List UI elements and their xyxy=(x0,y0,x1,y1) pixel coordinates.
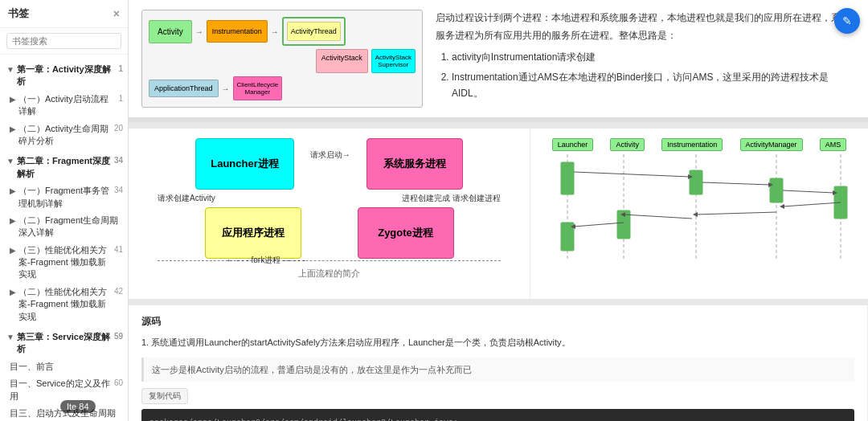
source-area: 源码 1. 系统通过调用Launcher的startActivitySafely… xyxy=(129,305,868,421)
svg-line-21 xyxy=(624,215,692,219)
sidebar-header: 书签 × xyxy=(0,0,128,28)
expand-arrow-icon: ▼ xyxy=(6,332,14,343)
sidebar-close-icon[interactable]: × xyxy=(113,7,120,20)
expand-arrow-icon: ▼ xyxy=(6,156,14,167)
sidebar-item-activity-launch[interactable]: ▶ （一）Activity启动流程详解 1 xyxy=(0,91,128,121)
source-title: 源码 xyxy=(141,315,854,329)
svg-rect-6 xyxy=(690,170,702,194)
step2: Instrumentation通过AMS在本地进程的Binder接口，访问AMS… xyxy=(452,69,855,102)
sidebar-page-num: 41 xyxy=(111,244,123,255)
sequence-diagram: Launcher Activity Instrumentation Activi… xyxy=(543,138,855,267)
float-edit-button[interactable]: ✎ xyxy=(834,8,860,34)
expand-arrow-icon: ▶ xyxy=(10,215,16,227)
expand-arrow-icon: ▶ xyxy=(10,186,16,197)
sidebar-page-num: 59 xyxy=(111,331,123,342)
activitythread-box: ActivityThread xyxy=(287,22,341,41)
seq-header: Launcher Activity Instrumentation Activi… xyxy=(543,138,855,151)
step1: activity向Instrumentation请求创建 xyxy=(452,49,855,65)
sidebar-item-label: （三）性能优化相关方案-Fragment 懒加载新实现 xyxy=(18,244,111,281)
expand-arrow-icon: ▶ xyxy=(10,124,16,135)
page-indicator: Ite 84 xyxy=(60,400,96,413)
sidebar-item-label: 第一章：Activity深度解析 xyxy=(17,63,116,88)
svg-line-13 xyxy=(702,182,770,185)
zygote-box: Zygote进程 xyxy=(358,207,454,259)
seq-actor-instrumentation: Instrumentation xyxy=(661,138,723,151)
instrumentation-box: Instrumentation xyxy=(207,20,268,43)
source-text-1: 系统通过调用Launcher的startActivitySafely方法来启动应… xyxy=(151,337,570,347)
search-input[interactable] xyxy=(6,33,121,49)
sidebar-item-label: （二）Fragment生命周期深入详解 xyxy=(18,215,120,239)
mid-section: Launcher进程 请求启动→ 系统服务进程 请求创建Activity 进程创… xyxy=(129,122,868,299)
sidebar-item-activity-lifecycle[interactable]: ▶ （二）Activity生命周期碎片分析 20 xyxy=(0,121,128,150)
diagram-footer: 上面流程的简介 xyxy=(298,268,360,280)
source-item-1: 1. 系统通过调用Launcher的startActivitySafely方法来… xyxy=(141,335,854,351)
sidebar-search-container xyxy=(0,28,128,55)
sidebar-item-chapter1[interactable]: ▼ 第一章：Activity深度解析 1 xyxy=(0,61,128,91)
steps-list: activity向Instrumentation请求创建 Instrumenta… xyxy=(452,49,855,101)
svg-line-23 xyxy=(574,223,624,227)
quote-text: 这一步是根Activity启动的流程，普通启动是没有的，放在这里是作为一点补充而… xyxy=(152,365,472,374)
sidebar-item-label: 第三章：Service深度解析 xyxy=(17,331,111,356)
svg-marker-18 xyxy=(780,204,784,209)
seq-actor-ams: AMS xyxy=(820,138,847,151)
sidebar-page-num: 20 xyxy=(111,123,123,134)
code-line-path: packages/apps/Launcher3/src/com/android/… xyxy=(149,417,846,421)
clientlifecycle-box: ClientLifecycleManager xyxy=(233,76,283,100)
svg-line-19 xyxy=(696,212,776,215)
app-process-box: 应用程序进程 xyxy=(205,207,301,259)
activitystacksupervisor-box: ActivityStackSupervisor xyxy=(371,49,416,73)
svg-line-11 xyxy=(574,172,690,177)
top-section: Activity → Instrumentation → ActivityThr… xyxy=(129,0,868,122)
sidebar-item-label: （二）性能优化相关方案-Fragment 懒加载新实现 xyxy=(18,286,111,323)
bottom-section: 源码 1. 系统通过调用Launcher的startActivitySafely… xyxy=(129,299,868,421)
sidebar-page-num: 1 xyxy=(115,93,123,104)
sidebar: 书签 × ▼ 第一章：Activity深度解析 1 ▶ （一）Activity启… xyxy=(0,0,129,421)
sidebar-item-fragment-transaction[interactable]: ▶ （一）Fragment事务管理机制详解 34 xyxy=(0,182,128,212)
sidebar-page-num: 42 xyxy=(111,286,123,297)
seq-actor-activitymanager: ActivityManager xyxy=(740,138,803,151)
sidebar-title: 书签 xyxy=(8,6,29,21)
activity-box: Activity xyxy=(149,20,192,43)
source-num: 1. xyxy=(141,337,151,347)
sidebar-item-label: （一）Activity启动流程详解 xyxy=(18,93,115,118)
seq-actor-activity: Activity xyxy=(610,138,645,151)
system-service-box: 系统服务进程 xyxy=(366,138,463,190)
arrow1-label: 请求启动→ xyxy=(310,149,350,161)
sidebar-item-label: （二）Activity生命周期碎片分析 xyxy=(18,123,111,148)
sidebar-page-num: 34 xyxy=(111,155,123,166)
process-flow-area: Launcher进程 请求启动→ 系统服务进程 请求创建Activity 进程创… xyxy=(129,129,530,299)
svg-line-15 xyxy=(783,190,834,193)
sidebar-item-label: 第二章：Fragment深度解析 xyxy=(17,155,111,180)
copy-code-button[interactable]: 复制代码 xyxy=(141,388,188,404)
edit-icon: ✎ xyxy=(842,14,852,27)
expand-arrow-icon: ▶ xyxy=(10,94,16,105)
sequence-diagram-area: Launcher Activity Instrumentation Activi… xyxy=(530,129,868,299)
sidebar-item-fragment-perf1[interactable]: ▶ （三）性能优化相关方案-Fragment 懒加载新实现 41 xyxy=(0,242,128,284)
arrow-request-create: 请求创建Activity xyxy=(158,193,215,204)
sidebar-list: ▼ 第一章：Activity深度解析 1 ▶ （一）Activity启动流程详解… xyxy=(0,55,128,421)
seq-actor-launcher: Launcher xyxy=(552,138,594,151)
sidebar-item-label: （一）Fragment事务管理机制详解 xyxy=(18,185,111,210)
sidebar-item-chapter3[interactable]: ▼ 第三章：Service深度解析 59 xyxy=(0,329,128,358)
expand-arrow-icon: ▼ xyxy=(6,64,14,76)
svg-line-17 xyxy=(783,202,841,206)
applicationthread-box: ApplicationThread xyxy=(149,80,219,97)
svg-rect-7 xyxy=(770,178,783,202)
code-block: packages/apps/Launcher3/src/com/android/… xyxy=(141,409,854,421)
activitystack-box: ActivityStack xyxy=(316,49,368,73)
sidebar-item-chapter2[interactable]: ▼ 第二章：Fragment深度解析 34 xyxy=(0,153,128,182)
svg-rect-5 xyxy=(561,162,574,194)
sidebar-page-num: 60 xyxy=(111,378,123,389)
intro-text-area: 启动过程设计到两个进程：本地进程和系统服务进程，本地进程也就是我们的应用所在进程… xyxy=(436,10,855,108)
sidebar-item-fragment-lifecycle[interactable]: ▶ （二）Fragment生命周期深入详解 xyxy=(0,212,128,242)
sidebar-page-num: 34 xyxy=(111,185,123,196)
source-quote: 这一步是根Activity启动的流程，普通启动是没有的，放在这里是作为一点补充而… xyxy=(141,358,854,382)
main-content: Activity → Instrumentation → ActivityThr… xyxy=(129,0,868,421)
expand-arrow-icon: ▶ xyxy=(10,287,16,298)
expand-arrow-icon: ▶ xyxy=(10,245,16,256)
sidebar-item-service-intro[interactable]: 目一、前言 xyxy=(0,358,128,375)
sidebar-page-num: 1 xyxy=(115,63,123,75)
sidebar-item-label: 目一、前言 xyxy=(10,361,54,373)
launcher-box: Launcher进程 xyxy=(195,138,294,190)
sidebar-item-fragment-perf2[interactable]: ▶ （二）性能优化相关方案-Fragment 懒加载新实现 42 xyxy=(0,284,128,325)
